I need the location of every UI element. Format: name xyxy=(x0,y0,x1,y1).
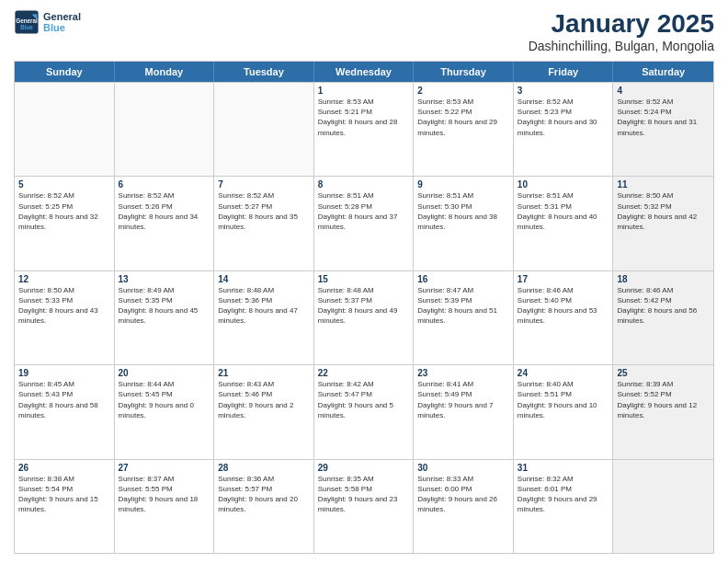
calendar-week: 5Sunrise: 8:52 AMSunset: 5:25 PMDaylight… xyxy=(15,176,713,270)
day-number: 4 xyxy=(617,86,710,96)
calendar-header-cell: Monday xyxy=(115,62,215,82)
calendar-cell: 21Sunrise: 8:43 AMSunset: 5:46 PMDayligh… xyxy=(214,365,314,458)
cell-info: Sunrise: 8:46 AMSunset: 5:40 PMDaylight:… xyxy=(518,285,609,327)
day-number: 29 xyxy=(318,463,410,473)
calendar-week: 26Sunrise: 8:38 AMSunset: 5:54 PMDayligh… xyxy=(15,459,713,553)
day-number: 8 xyxy=(318,179,410,190)
calendar-cell: 14Sunrise: 8:48 AMSunset: 5:36 PMDayligh… xyxy=(214,271,314,364)
day-number: 28 xyxy=(218,463,310,473)
cell-info: Sunrise: 8:45 AMSunset: 5:43 PMDaylight:… xyxy=(18,379,110,420)
calendar-cell: 5Sunrise: 8:52 AMSunset: 5:25 PMDaylight… xyxy=(15,177,115,270)
calendar-cell: 17Sunrise: 8:46 AMSunset: 5:40 PMDayligh… xyxy=(514,271,614,364)
calendar-cell xyxy=(115,83,215,176)
day-number: 27 xyxy=(119,463,210,473)
page-title: January 2025 xyxy=(529,9,714,39)
cell-info: Sunrise: 8:51 AMSunset: 5:28 PMDaylight:… xyxy=(318,190,410,232)
logo: General Blue General Blue xyxy=(14,9,81,35)
day-number: 30 xyxy=(417,463,509,473)
title-block: January 2025 Dashinchilling, Bulgan, Mon… xyxy=(529,9,714,53)
calendar-cell: 12Sunrise: 8:50 AMSunset: 5:33 PMDayligh… xyxy=(15,271,115,364)
calendar-header: SundayMondayTuesdayWednesdayThursdayFrid… xyxy=(15,62,713,82)
calendar: SundayMondayTuesdayWednesdayThursdayFrid… xyxy=(14,61,714,554)
page-subtitle: Dashinchilling, Bulgan, Mongolia xyxy=(529,39,714,53)
calendar-cell xyxy=(15,83,115,176)
day-number: 21 xyxy=(218,368,310,378)
day-number: 7 xyxy=(218,179,310,190)
cell-info: Sunrise: 8:44 AMSunset: 5:45 PMDaylight:… xyxy=(119,379,210,420)
cell-info: Sunrise: 8:41 AMSunset: 5:49 PMDaylight:… xyxy=(417,379,509,420)
cell-info: Sunrise: 8:42 AMSunset: 5:47 PMDaylight:… xyxy=(318,379,410,420)
day-number: 1 xyxy=(318,86,410,96)
calendar-cell: 11Sunrise: 8:50 AMSunset: 5:32 PMDayligh… xyxy=(613,177,713,270)
cell-info: Sunrise: 8:53 AMSunset: 5:21 PMDaylight:… xyxy=(318,97,410,138)
cell-info: Sunrise: 8:52 AMSunset: 5:23 PMDaylight:… xyxy=(518,97,609,138)
cell-info: Sunrise: 8:43 AMSunset: 5:46 PMDaylight:… xyxy=(218,379,310,420)
day-number: 9 xyxy=(417,179,509,190)
day-number: 6 xyxy=(119,179,210,190)
day-number: 22 xyxy=(318,368,410,378)
calendar-cell: 3Sunrise: 8:52 AMSunset: 5:23 PMDaylight… xyxy=(514,83,614,176)
calendar-header-cell: Wednesday xyxy=(314,62,415,82)
cell-info: Sunrise: 8:35 AMSunset: 5:58 PMDaylight:… xyxy=(318,474,410,515)
logo-icon: General Blue xyxy=(14,9,40,35)
day-number: 16 xyxy=(417,274,509,284)
cell-info: Sunrise: 8:46 AMSunset: 5:42 PMDaylight:… xyxy=(617,285,710,327)
cell-info: Sunrise: 8:38 AMSunset: 5:54 PMDaylight:… xyxy=(18,474,110,515)
calendar-cell: 27Sunrise: 8:37 AMSunset: 5:55 PMDayligh… xyxy=(115,460,215,553)
calendar-cell: 7Sunrise: 8:52 AMSunset: 5:27 PMDaylight… xyxy=(214,177,314,270)
day-number: 15 xyxy=(318,274,410,284)
cell-info: Sunrise: 8:48 AMSunset: 5:37 PMDaylight:… xyxy=(318,285,410,327)
day-number: 17 xyxy=(518,274,609,284)
day-number: 20 xyxy=(119,368,210,378)
calendar-cell: 31Sunrise: 8:32 AMSunset: 6:01 PMDayligh… xyxy=(514,460,614,553)
cell-info: Sunrise: 8:52 AMSunset: 5:26 PMDaylight:… xyxy=(119,190,210,232)
day-number: 25 xyxy=(617,368,710,378)
svg-text:Blue: Blue xyxy=(20,24,33,30)
calendar-cell: 16Sunrise: 8:47 AMSunset: 5:39 PMDayligh… xyxy=(414,271,514,364)
calendar-cell: 10Sunrise: 8:51 AMSunset: 5:31 PMDayligh… xyxy=(514,177,614,270)
day-number: 23 xyxy=(417,368,509,378)
calendar-cell: 6Sunrise: 8:52 AMSunset: 5:26 PMDaylight… xyxy=(115,177,215,270)
cell-info: Sunrise: 8:47 AMSunset: 5:39 PMDaylight:… xyxy=(417,285,509,327)
calendar-cell: 15Sunrise: 8:48 AMSunset: 5:37 PMDayligh… xyxy=(314,271,415,364)
cell-info: Sunrise: 8:39 AMSunset: 5:52 PMDaylight:… xyxy=(617,379,710,420)
cell-info: Sunrise: 8:51 AMSunset: 5:30 PMDaylight:… xyxy=(417,190,509,232)
cell-info: Sunrise: 8:50 AMSunset: 5:33 PMDaylight:… xyxy=(18,285,110,327)
cell-info: Sunrise: 8:52 AMSunset: 5:25 PMDaylight:… xyxy=(18,190,110,232)
calendar-cell: 2Sunrise: 8:53 AMSunset: 5:22 PMDaylight… xyxy=(414,83,514,176)
calendar-body: 1Sunrise: 8:53 AMSunset: 5:21 PMDaylight… xyxy=(15,82,713,553)
calendar-cell: 23Sunrise: 8:41 AMSunset: 5:49 PMDayligh… xyxy=(414,365,514,458)
cell-info: Sunrise: 8:52 AMSunset: 5:24 PMDaylight:… xyxy=(617,97,710,138)
calendar-cell xyxy=(613,460,713,553)
calendar-cell: 26Sunrise: 8:38 AMSunset: 5:54 PMDayligh… xyxy=(15,460,115,553)
day-number: 3 xyxy=(518,86,609,96)
calendar-cell: 29Sunrise: 8:35 AMSunset: 5:58 PMDayligh… xyxy=(314,460,415,553)
calendar-week: 1Sunrise: 8:53 AMSunset: 5:21 PMDaylight… xyxy=(15,82,713,176)
calendar-week: 12Sunrise: 8:50 AMSunset: 5:33 PMDayligh… xyxy=(15,270,713,364)
page: General Blue General Blue January 2025 D… xyxy=(0,0,728,563)
cell-info: Sunrise: 8:48 AMSunset: 5:36 PMDaylight:… xyxy=(218,285,310,327)
cell-info: Sunrise: 8:33 AMSunset: 6:00 PMDaylight:… xyxy=(417,474,509,515)
cell-info: Sunrise: 8:52 AMSunset: 5:27 PMDaylight:… xyxy=(218,190,310,232)
calendar-cell: 22Sunrise: 8:42 AMSunset: 5:47 PMDayligh… xyxy=(314,365,415,458)
calendar-header-cell: Thursday xyxy=(414,62,514,82)
calendar-cell: 13Sunrise: 8:49 AMSunset: 5:35 PMDayligh… xyxy=(115,271,215,364)
calendar-header-cell: Sunday xyxy=(15,62,115,82)
calendar-cell xyxy=(214,83,314,176)
cell-info: Sunrise: 8:40 AMSunset: 5:51 PMDaylight:… xyxy=(518,379,609,420)
calendar-cell: 18Sunrise: 8:46 AMSunset: 5:42 PMDayligh… xyxy=(613,271,713,364)
day-number: 10 xyxy=(518,179,609,190)
day-number: 19 xyxy=(18,368,110,378)
cell-info: Sunrise: 8:50 AMSunset: 5:32 PMDaylight:… xyxy=(617,190,710,232)
logo-text: General Blue xyxy=(43,11,81,33)
calendar-header-cell: Saturday xyxy=(613,62,713,82)
calendar-cell: 24Sunrise: 8:40 AMSunset: 5:51 PMDayligh… xyxy=(514,365,614,458)
calendar-cell: 25Sunrise: 8:39 AMSunset: 5:52 PMDayligh… xyxy=(613,365,713,458)
calendar-cell: 19Sunrise: 8:45 AMSunset: 5:43 PMDayligh… xyxy=(15,365,115,458)
day-number: 2 xyxy=(417,86,509,96)
calendar-cell: 30Sunrise: 8:33 AMSunset: 6:00 PMDayligh… xyxy=(414,460,514,553)
day-number: 24 xyxy=(518,368,609,378)
cell-info: Sunrise: 8:49 AMSunset: 5:35 PMDaylight:… xyxy=(119,285,210,327)
cell-info: Sunrise: 8:37 AMSunset: 5:55 PMDaylight:… xyxy=(119,474,210,515)
calendar-cell: 9Sunrise: 8:51 AMSunset: 5:30 PMDaylight… xyxy=(414,177,514,270)
